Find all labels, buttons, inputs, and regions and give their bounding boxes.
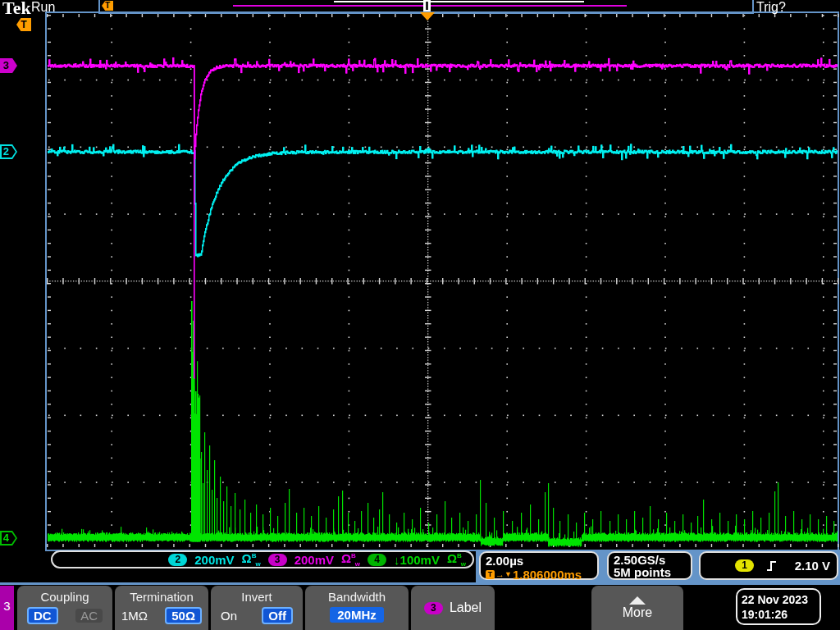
termination-50-option[interactable]: 50Ω (165, 607, 202, 624)
readout-stripe: 2.00µs T → ▼ 1.806000ms 2.50GS/s 5M poin… (476, 550, 840, 583)
label-button[interactable]: 3 Label (411, 586, 495, 630)
channel-3-impedance: ΩBw (341, 551, 360, 568)
acquisition-readout: 2.50GS/s 5M points (607, 551, 692, 580)
coupling-ac-option[interactable]: AC (75, 609, 103, 623)
waveform-display (0, 0, 840, 630)
trigger-position-marker[interactable] (423, 0, 431, 11)
channel-3-badge: 3 (268, 554, 287, 566)
more-button[interactable]: More (591, 586, 683, 630)
sample-rate: 2.50GS/s (614, 554, 691, 566)
tek-logo: Tek (2, 0, 31, 19)
label-channel-badge: 3 (424, 602, 443, 614)
timebase-scale: 2.00µs (486, 554, 597, 568)
coupling-dc-option[interactable]: DC (27, 607, 58, 624)
rising-edge-icon (765, 559, 778, 573)
trigger-level: 2.10 V (795, 559, 837, 573)
channel-4-badge: 4 (368, 554, 386, 566)
channel-readout-bar: 2 200mV ΩBw 3 200mV ΩBw 4 ↓100mV ΩBw (51, 550, 474, 568)
date: 22 Nov 2023 (742, 592, 819, 607)
trigger-status: Trig? (756, 0, 786, 15)
invert-on-option[interactable]: On (221, 609, 237, 623)
channel-2-badge: 2 (168, 554, 187, 566)
trigger-t-icon: T (102, 1, 113, 11)
bandwidth-value[interactable]: 20MHz (330, 607, 384, 623)
channel-3-scale: 200mV (294, 553, 334, 567)
termination-1m-option[interactable]: 1MΩ (121, 609, 148, 623)
coupling-button[interactable]: Coupling DC AC (17, 586, 112, 630)
more-up-arrow-icon (629, 596, 646, 605)
trigger-readout: 1 2.10 V (699, 551, 838, 580)
trigger-position-triangle-icon[interactable] (420, 12, 435, 21)
timebase-readout: 2.00µs T → ▼ 1.806000ms (479, 551, 599, 580)
record-window-line (334, 1, 584, 2)
time: 19:01:26 (742, 607, 819, 622)
menu-divider (0, 582, 840, 585)
datetime-display: 22 Nov 2023 19:01:26 (736, 588, 821, 625)
trigger-source-badge: 1 (735, 559, 754, 572)
invert-off-option[interactable]: Off (262, 607, 293, 624)
channel-2-marker[interactable]: 2 (0, 144, 17, 159)
record-length: 5M points (614, 566, 691, 578)
acquisition-status: Run (31, 0, 55, 15)
delay-t-icon: T (486, 570, 495, 579)
channel-2-scale: 200mV (194, 553, 234, 567)
termination-button[interactable]: Termination 1MΩ 50Ω (115, 586, 208, 630)
delay-value: 1.806000ms (513, 568, 582, 582)
channel-4-impedance: ΩBw (447, 551, 466, 568)
active-channel-tab: 3 (0, 586, 14, 630)
channel-3-marker[interactable]: 3 (0, 58, 17, 73)
channel-2-impedance: ΩBw (242, 551, 261, 568)
channel-4-scale: ↓100mV (394, 553, 440, 567)
delay-arrow-icon: → (495, 569, 504, 579)
bandwidth-button[interactable]: Bandwidth 20MHz (305, 586, 409, 630)
channel-4-marker[interactable]: 4 (0, 531, 17, 546)
delay-triangle-icon: ▼ (504, 570, 512, 578)
oscilloscope-screen: Tek Run T Trig? T 3 2 4 2 200mV ΩBw 3 20… (0, 0, 840, 630)
invert-button[interactable]: Invert On Off (211, 586, 303, 630)
